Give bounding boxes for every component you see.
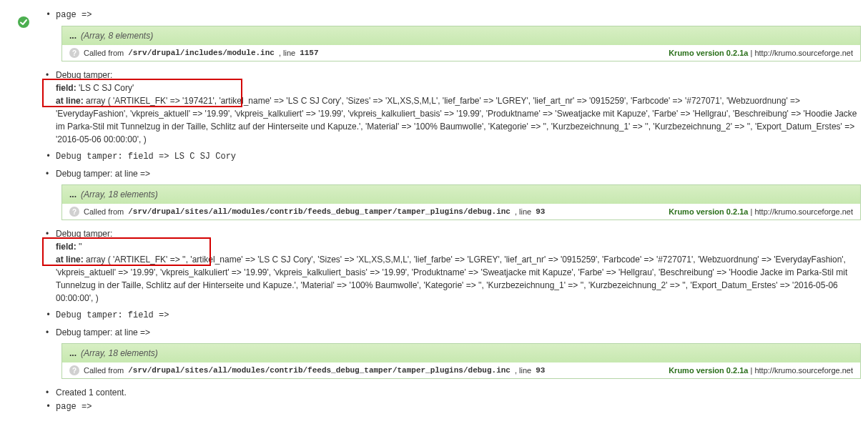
krumo-ellipsis: ...	[69, 31, 77, 41]
field-value: ''	[77, 242, 82, 252]
atline-label: at line:	[56, 96, 84, 106]
atline-value-head: array ( 'ARTIKEL_FK' => '197421',	[84, 96, 217, 106]
debug-atline-line-1: Debug tamper: at line =>	[46, 167, 861, 180]
page-item-2: page =>	[46, 400, 861, 413]
krumo-version: Krumo version 0.2.1a	[669, 49, 748, 57]
called-from-label: Called from	[84, 366, 124, 375]
krumo-ellipsis: ...	[69, 348, 77, 358]
debug-title: Debug tamper:	[56, 69, 861, 82]
called-from-path: /srv/drupal/sites/all/modules/contrib/fe…	[128, 366, 511, 375]
success-check-icon	[17, 16, 30, 29]
field-value: 'LS C SJ Cory'	[77, 83, 134, 93]
atline-value-head: array ( 'ARTIKEL_FK' => '',	[84, 255, 188, 265]
field-label: field:	[56, 83, 77, 93]
krumo-header[interactable]: ... (Array, 8 elements)	[62, 26, 860, 45]
debug-atline-line-2: Debug tamper: at line =>	[46, 326, 861, 339]
called-from-line-label: , line	[279, 49, 295, 57]
called-from-path: /srv/drupal/sites/all/modules/contrib/fe…	[128, 207, 511, 216]
called-from-path: /srv/drupal/includes/module.inc	[128, 49, 275, 57]
krumo-link[interactable]: http://krumo.sourceforge.net	[754, 207, 853, 216]
krumo-link[interactable]: http://krumo.sourceforge.net	[754, 366, 853, 375]
field-label: field:	[56, 242, 77, 252]
called-from-line-label: , line	[515, 207, 531, 216]
krumo-dump-3: ... (Array, 18 elements) ? Called from /…	[61, 343, 861, 379]
krumo-link[interactable]: http://krumo.sourceforge.net	[754, 49, 853, 57]
called-from-label: Called from	[84, 207, 124, 216]
krumo-dump-2: ... (Array, 18 elements) ? Called from /…	[61, 184, 861, 220]
krumo-header[interactable]: ... (Array, 18 elements)	[62, 344, 860, 362]
created-content: Created 1 content.	[46, 386, 861, 399]
help-icon: ?	[69, 207, 79, 217]
debug-block-2: Debug tamper: field: '' at line: array (…	[46, 227, 861, 305]
svg-point-0	[18, 16, 29, 28]
help-icon: ?	[69, 365, 79, 375]
krumo-version: Krumo version 0.2.1a	[669, 366, 748, 375]
called-from-line-num: 93	[536, 207, 545, 216]
called-from-line-label: , line	[515, 366, 531, 375]
krumo-version: Krumo version 0.2.1a	[669, 207, 748, 216]
debug-block-1: Debug tamper: field: 'LS C SJ Cory' at l…	[46, 69, 861, 146]
called-from-line-num: 1157	[300, 49, 318, 57]
krumo-header[interactable]: ... (Array, 18 elements)	[62, 185, 860, 204]
krumo-meta: (Array, 18 elements)	[81, 189, 158, 199]
help-icon: ?	[69, 48, 79, 58]
krumo-dump-1: ... (Array, 8 elements) ? Called from /s…	[61, 26, 861, 61]
atline-label: at line:	[56, 255, 84, 265]
debug-field-line-1: Debug tamper: field => LS C SJ Cory	[46, 150, 861, 163]
page-item: page =>	[46, 9, 861, 21]
krumo-ellipsis: ...	[69, 189, 77, 199]
krumo-meta: (Array, 8 elements)	[81, 31, 153, 41]
krumo-meta: (Array, 18 elements)	[81, 348, 158, 358]
called-from-label: Called from	[84, 49, 124, 57]
debug-field-line-2: Debug tamper: field =>	[46, 309, 861, 322]
debug-title: Debug tamper:	[56, 227, 861, 240]
called-from-line-num: 93	[536, 366, 545, 375]
